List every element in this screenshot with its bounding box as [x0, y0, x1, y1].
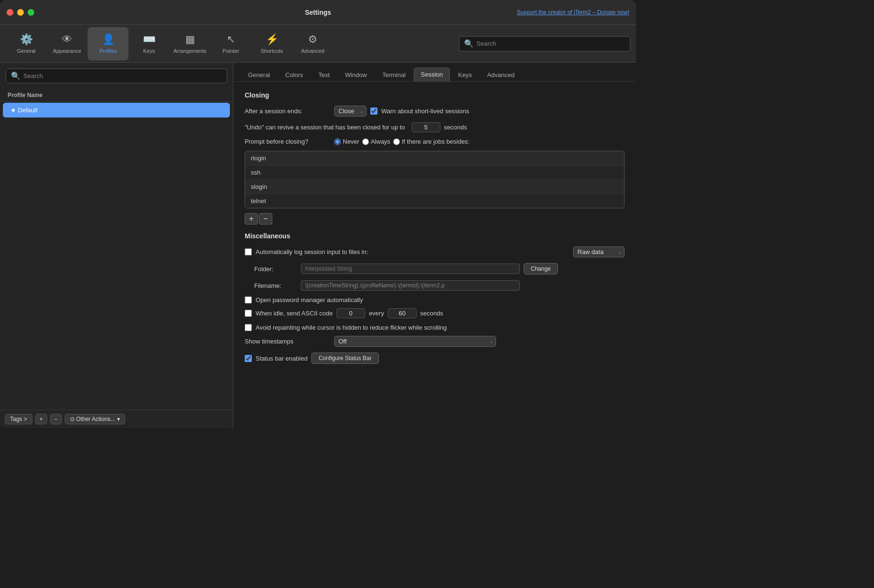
idle-ascii-checkbox[interactable]	[245, 310, 252, 317]
toolbar-item-arrangements[interactable]: ▦ Arrangements	[169, 27, 210, 60]
misc-section-title: Miscellaneous	[245, 232, 625, 240]
undo-label: "Undo" can revive a session that has bee…	[245, 124, 405, 131]
password-manager-checkbox[interactable]	[245, 296, 252, 304]
toolbar-item-shortcuts[interactable]: ⚡ Shortcuts	[251, 27, 292, 60]
radio-always-option: Always	[362, 138, 390, 145]
status-bar-checkbox[interactable]	[245, 355, 252, 362]
sidebar-search-input[interactable]	[23, 72, 222, 79]
tab-keys[interactable]: Keys	[451, 68, 479, 81]
after-session-label: After a session ends:	[245, 108, 330, 115]
remove-job-button[interactable]: −	[259, 213, 272, 225]
toolbar-item-advanced[interactable]: ⚙ Advanced	[292, 27, 333, 60]
toolbar-search-input[interactable]	[477, 40, 625, 47]
profiles-icon: 👤	[102, 33, 115, 46]
profile-item-default[interactable]: ★ Default	[3, 103, 230, 118]
configure-status-bar-button[interactable]: Configure Status Bar	[311, 353, 378, 364]
add-profile-button[interactable]: +	[35, 414, 47, 424]
filename-row: Filename:	[245, 280, 625, 291]
after-session-select[interactable]: Close Keep Ask	[334, 106, 367, 117]
radio-always[interactable]	[362, 138, 369, 145]
tags-button[interactable]: Tags >	[5, 414, 32, 424]
support-link[interactable]: Support the creator of iTerm2 – Donate n…	[517, 9, 629, 16]
tab-text[interactable]: Text	[311, 68, 337, 81]
timestamps-select-wrapper: Off On Auto	[334, 336, 496, 347]
toolbar-item-general[interactable]: ⚙️ General	[6, 27, 47, 60]
status-bar-row: Status bar enabled Configure Status Bar	[245, 353, 625, 364]
radio-never[interactable]	[334, 138, 341, 145]
folder-row: Folder: Change	[245, 263, 625, 274]
close-button[interactable]	[7, 9, 13, 16]
tab-advanced[interactable]: Advanced	[480, 68, 522, 81]
radio-always-label: Always	[371, 138, 390, 145]
toolbar-item-pointer[interactable]: ↖ Pointer	[210, 27, 251, 60]
prompt-closing-row: Prompt before closing? Never Always If t…	[245, 138, 625, 145]
add-job-button[interactable]: +	[245, 213, 258, 225]
idle-seconds-input[interactable]	[388, 308, 417, 318]
toolbar-label-general: General	[17, 48, 35, 54]
raw-data-select[interactable]: Raw data Plain text Compressed	[573, 246, 625, 257]
subtabs: General Colors Text Window Terminal Sess…	[233, 63, 636, 82]
profile-default-label: ★ Default	[10, 107, 38, 114]
filename-input[interactable]	[301, 280, 520, 291]
undo-seconds-input[interactable]	[412, 122, 440, 132]
tab-general[interactable]: General	[241, 68, 277, 81]
timestamps-select[interactable]: Off On Auto	[334, 336, 496, 347]
sidebar-bottom: Tags > + − ⊙ Other Actions... ▾	[0, 410, 233, 428]
warn-short-lived-checkbox[interactable]	[370, 108, 377, 115]
zoom-button[interactable]	[28, 9, 34, 16]
settings-panel: Closing After a session ends: Close Keep…	[233, 82, 636, 428]
radio-jobs-option: If there are jobs besides:	[393, 138, 469, 145]
profile-list-header: Profile Name	[0, 89, 233, 102]
toolbar-label-keys: Keys	[143, 48, 155, 54]
minimize-button[interactable]	[17, 9, 24, 16]
change-folder-button[interactable]: Change	[524, 263, 558, 274]
after-session-select-wrapper: Close Keep Ask	[334, 106, 367, 117]
warn-short-lived-label: Warn about short-lived sessions	[381, 108, 469, 115]
radio-jobs-label: If there are jobs besides:	[402, 138, 469, 145]
list-item[interactable]: telnet	[245, 194, 624, 208]
list-item[interactable]: rlogin	[245, 151, 624, 166]
job-list-buttons: + −	[245, 213, 625, 225]
toolbar-label-pointer: Pointer	[223, 48, 239, 54]
auto-log-checkbox[interactable]	[245, 248, 252, 255]
keys-icon: ⌨️	[143, 33, 156, 46]
main-layout: 🔍 Profile Name ★ Default Tags > + − ⊙ Ot…	[0, 63, 636, 428]
tab-window[interactable]: Window	[338, 68, 374, 81]
after-session-ends-row: After a session ends: Close Keep Ask War…	[245, 106, 625, 117]
idle-ascii-input[interactable]	[337, 308, 365, 318]
tab-colors[interactable]: Colors	[278, 68, 310, 81]
prompt-radio-group: Never Always If there are jobs besides:	[334, 138, 469, 145]
timestamps-label: Show timestamps	[245, 338, 330, 345]
toolbar-item-profiles[interactable]: 👤 Profiles	[88, 27, 129, 60]
radio-never-label: Never	[343, 138, 359, 145]
radio-jobs[interactable]	[393, 138, 400, 145]
toolbar-label-profiles: Profiles	[99, 48, 117, 54]
idle-every-label: every	[369, 310, 384, 317]
timestamps-row: Show timestamps Off On Auto	[245, 336, 625, 347]
titlebar: Settings Support the creator of iTerm2 –…	[0, 0, 636, 25]
tab-session[interactable]: Session	[414, 68, 450, 81]
toolbar-item-keys[interactable]: ⌨️ Keys	[129, 27, 169, 60]
sidebar-search-container[interactable]: 🔍	[6, 69, 227, 83]
other-actions-button[interactable]: ⊙ Other Actions... ▾	[65, 414, 125, 424]
idle-ascii-label: When idle, send ASCII code	[256, 310, 333, 317]
avoid-repainting-checkbox[interactable]	[245, 324, 252, 331]
toolbar-label-shortcuts: Shortcuts	[261, 48, 283, 54]
window-title: Settings	[305, 9, 331, 16]
other-actions-chevron-icon: ▾	[117, 416, 120, 422]
status-bar-label: Status bar enabled	[256, 355, 308, 362]
traffic-lights	[7, 9, 34, 16]
remove-profile-button[interactable]: −	[50, 414, 62, 424]
tab-terminal[interactable]: Terminal	[375, 68, 413, 81]
toolbar-item-appearance[interactable]: 👁 Appearance	[47, 27, 88, 60]
toolbar-search[interactable]: 🔍	[459, 36, 630, 51]
shortcuts-icon: ⚡	[266, 33, 278, 46]
list-item[interactable]: ssh	[245, 166, 624, 180]
folder-input[interactable]	[301, 264, 520, 274]
prompt-closing-label: Prompt before closing?	[245, 138, 330, 145]
toolbar-label-appearance: Appearance	[53, 48, 81, 54]
sidebar-search-icon: 🔍	[11, 71, 20, 80]
idle-seconds-suffix: seconds	[420, 310, 443, 317]
auto-log-row: Automatically log session input to files…	[245, 246, 625, 257]
list-item[interactable]: slogin	[245, 180, 624, 194]
